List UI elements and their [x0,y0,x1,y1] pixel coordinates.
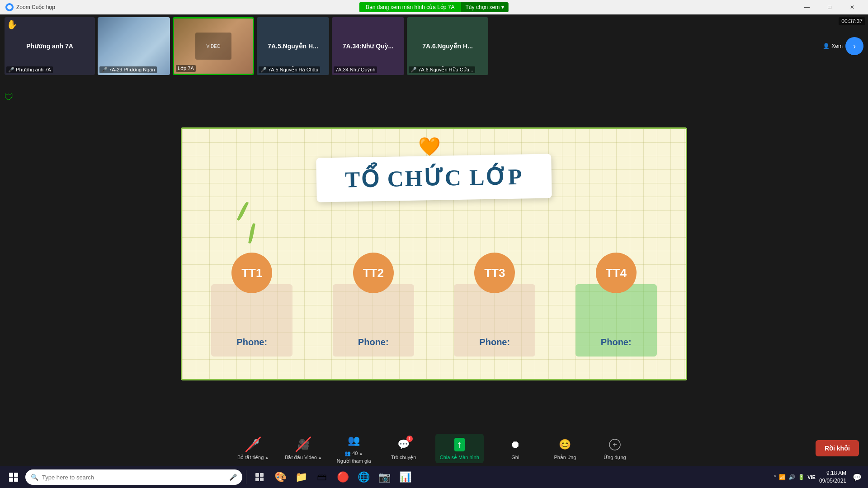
participant-name: Phương anh 7A [24,42,76,50]
video-button[interactable]: 🎥 Bắt đầu Video ▲ [285,436,322,460]
view-options-button[interactable]: Tùy chọn xem ▾ [461,2,509,12]
mute-icon: 🎤 [245,436,261,453]
taskbar-app1-icon[interactable]: 🔴 [333,468,352,487]
chat-icon: 💬 1 [396,436,412,453]
participants-icon: 👥 [346,432,362,449]
tt-card-1: Phone: [211,284,292,357]
window-controls: — □ ✕ [797,0,863,14]
tt-circle-4: TT4 [596,253,637,293]
tt-item-3: TT3 Phone: [449,253,540,357]
share-screen-button[interactable]: ↑ Chia sẻ Màn hình [435,434,484,463]
participant-label: 7A.34:Như Quỳnh [334,66,377,73]
taskbar: 🔍 🎤 🎨 📁 🗃 🔴 🌐 📷 📊 ^ 📶 🔊 🔋 VIE 9:18 AM 0 [0,466,868,488]
participants-button[interactable]: 👥 👥 40 ▲ Người tham gia [336,432,372,464]
tt-circle-1: TT1 [231,253,272,293]
participant-label: 🎤 7A-29 Phương Ngân [99,66,157,73]
apps-label: Ứng dụng [604,455,626,460]
hand-raise-icon: ✋ [6,19,18,30]
zoom-controls-bar: 🎤 Bỏ tắt tiếng ▲ 🎥 Bắt đầu Video ▲ 👥 👥 4… [0,430,868,466]
tt-item-4: TT4 Phone: [571,253,661,357]
share-banner-area: Bạn đang xem màn hình của Lớp 7A Tùy chọ… [359,2,509,12]
notification-button[interactable]: 💬 [850,470,864,484]
mute-label: Bỏ tắt tiếng [237,455,264,460]
video-icon: 🎥 [295,436,311,453]
slide-inner: 🧡 TỔ CHỨC LỚP TT1 Phone: TT2 [182,129,686,379]
share-screen-icon: ↑ [451,436,467,453]
task-view-button[interactable] [250,468,269,487]
time-display: 9:18 AM [819,469,846,477]
microphone-icon[interactable]: 🎤 [229,474,237,481]
participant-tile[interactable]: 7A.34:Như Quỳ... 7A.34:Như Quỳnh [332,17,404,75]
main-content: 🧡 TỔ CHỨC LỚP TT1 Phone: TT2 [0,78,868,430]
participant-name: 7A.34:Như Quỳ... [340,42,396,50]
maximize-button[interactable]: □ [819,0,840,14]
apps-icon [607,436,623,453]
chat-label: Trò chuyện [391,455,416,460]
heart-decoration: 🧡 [418,136,441,157]
search-bar[interactable]: 🔍 🎤 [25,469,242,485]
svg-rect-7 [260,478,264,481]
reactions-button[interactable]: 😊 Phản ứng [547,436,583,460]
tray-chevron[interactable]: ^ [774,474,777,480]
participant-tile-active[interactable]: VIDEO Lớp 7A [173,17,254,75]
leaf-decoration [241,201,254,244]
tray-battery-icon: 🔋 [798,474,805,480]
participant-name: 7A.6.Nguyễn H... [420,42,476,50]
taskbar-ppt-icon[interactable]: 📊 [396,468,415,487]
share-banner: Bạn đang xem màn hình của Lớp 7A [359,2,461,12]
phone-label-3: Phone: [479,337,510,347]
title-bar: Zoom Cuộc họp Bạn đang xem màn hình của … [0,0,868,14]
participant-tile[interactable]: 7A.6.Nguyễn H... 🎤 7A.6.Nguyễn Hữu Cửu..… [407,17,488,75]
phone-label-2: Phone: [358,337,389,347]
windows-logo-icon [9,473,18,482]
taskbar-divider [246,470,246,484]
participant-label: Lớp 7A [176,65,196,72]
leave-button[interactable]: Rời khỏi [816,440,859,456]
phone-label-1: Phone: [236,337,267,347]
apps-button[interactable]: Ứng dụng [597,436,633,460]
participant-label: 🎤 7A.6.Nguyễn Hữu Cửu... [409,66,475,73]
tt-card-4: Phone: [576,284,657,357]
phone-label-4: Phone: [601,337,632,347]
tray-network-icon: 📶 [779,474,786,480]
taskbar-browser-icon[interactable]: 🌐 [354,468,373,487]
slide-title-banner: TỔ CHỨC LỚP [316,154,552,202]
chat-button[interactable]: 💬 1 Trò chuyện [386,436,422,460]
view-label: Xem [831,43,843,49]
taskbar-paint-icon[interactable]: 🎨 [271,468,290,487]
security-shield-icon: 🛡 [5,92,14,103]
participant-name: 7A.5.Nguyễn H... [265,42,321,50]
taskbar-files-icon[interactable]: 📁 [292,468,311,487]
record-button[interactable]: ⏺ Ghi [497,436,533,460]
tt-item-2: TT2 Phone: [328,253,419,357]
scroll-right-button[interactable]: › [845,37,863,55]
taskbar-right: ^ 📶 🔊 🔋 VIE 9:18 AM 09/05/2021 💬 [774,469,864,485]
participant-tile[interactable]: ✋ Phương anh 7A 🎤 Phương anh 7A [5,17,95,75]
slide-title: TỔ CHỨC LỚP [344,164,523,192]
svg-rect-5 [260,473,264,477]
minimize-button[interactable]: — [797,0,817,14]
search-icon: 🔍 [31,474,38,481]
svg-rect-6 [255,478,259,481]
view-button[interactable]: 👤 Xem [823,43,843,49]
participants-label: Người tham gia [337,458,371,464]
search-input[interactable] [42,474,226,481]
meeting-timer: 00:37:37 [839,17,865,25]
datetime-display[interactable]: 9:18 AM 09/05/2021 [819,469,846,485]
tt-circle-3: TT3 [474,253,515,293]
participant-tile[interactable]: 7A.5.Nguyễn H... 🎤 7A.5.Nguyễn Hà Châu [257,17,329,75]
app-icon [5,3,14,11]
participant-tile[interactable]: 🎤 7A-29 Phương Ngân [98,17,170,75]
mute-button[interactable]: 🎤 Bỏ tắt tiếng ▲ [235,436,271,460]
share-screen-label: Chia sẻ Màn hình [440,455,479,460]
presentation-slide: 🧡 TỔ CHỨC LỚP TT1 Phone: TT2 [181,127,687,380]
tt-circle-2: TT2 [353,253,394,293]
tray-volume-icon[interactable]: 🔊 [788,474,795,480]
close-button[interactable]: ✕ [842,0,863,14]
app-title: Zoom Cuộc họp [16,4,55,10]
taskbar-database-icon[interactable]: 🗃 [312,468,331,487]
tt-card-2: Phone: [333,284,414,357]
taskbar-camera-icon[interactable]: 📷 [375,468,394,487]
start-button[interactable] [4,467,24,487]
language-indicator[interactable]: VIE [807,474,816,480]
